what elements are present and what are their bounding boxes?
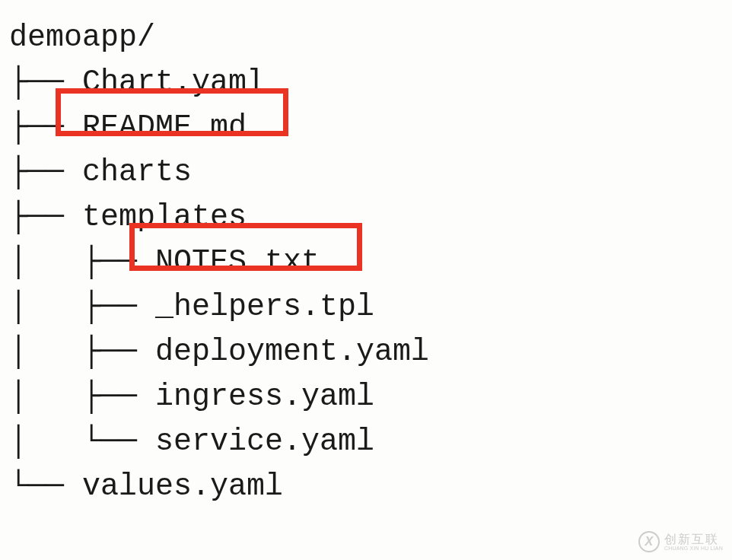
tree-prefix: │ ├──: [9, 290, 155, 324]
file-name: ingress.yaml: [155, 380, 374, 414]
tree-prefix: │ └──: [9, 425, 155, 459]
file-name: NOTES.txt: [155, 245, 320, 279]
tree-item: │ ├── NOTES.txt: [9, 240, 732, 285]
tree-item: │ ├── _helpers.tpl: [9, 285, 732, 329]
tree-prefix: ├──: [9, 110, 82, 145]
tree-item: ├── README.md: [9, 105, 732, 150]
tree-prefix: ├──: [9, 200, 82, 234]
watermark-main: 创新互联: [664, 533, 723, 546]
tree-prefix: │ ├──: [9, 245, 155, 279]
file-name: Chart.yaml: [82, 65, 265, 100]
file-name: service.yaml: [155, 425, 374, 459]
watermark-sub: CHUANG XIN HU LIAN: [664, 546, 723, 551]
tree-item: │ ├── deployment.yaml: [9, 329, 732, 374]
watermark-text: 创新互联 CHUANG XIN HU LIAN: [664, 533, 723, 551]
tree-root: demoapp/: [9, 15, 732, 60]
folder-name: templates: [82, 200, 247, 234]
tree-item: ├── charts: [9, 150, 732, 195]
tree-item: ├── Chart.yaml: [9, 60, 732, 105]
file-name: README.md: [82, 110, 247, 145]
tree-item: ├── templates: [9, 195, 732, 240]
tree-prefix: ├──: [9, 65, 82, 100]
tree-prefix: └──: [9, 469, 82, 504]
tree-prefix: ├──: [9, 155, 82, 189]
watermark: X 创新互联 CHUANG XIN HU LIAN: [638, 531, 723, 552]
tree-item: │ └── service.yaml: [9, 419, 732, 464]
folder-name: charts: [82, 155, 192, 189]
file-name: values.yaml: [82, 469, 283, 504]
file-name: deployment.yaml: [155, 335, 429, 369]
tree-item: │ ├── ingress.yaml: [9, 374, 732, 419]
tree-prefix: │ ├──: [9, 335, 155, 369]
tree-prefix: │ ├──: [9, 380, 155, 414]
tree-item: └── values.yaml: [9, 464, 732, 509]
file-name: _helpers.tpl: [155, 290, 374, 324]
watermark-icon: X: [638, 531, 660, 552]
